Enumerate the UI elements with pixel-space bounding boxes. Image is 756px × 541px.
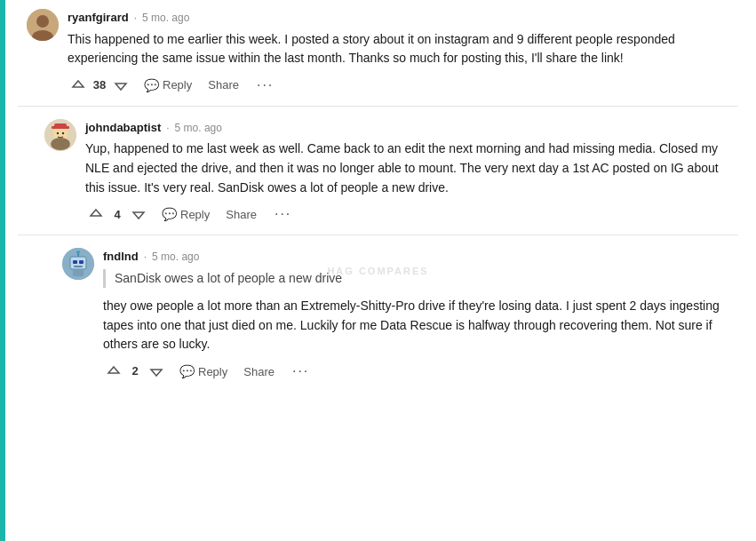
username: johndabaptist — [85, 119, 161, 137]
comment-text: they owe people a lot more than an Extre… — [103, 297, 738, 354]
svg-rect-14 — [74, 266, 83, 267]
reply-label: Reply — [180, 208, 210, 221]
avatar — [27, 9, 59, 41]
comment-header: johndabaptist · 5 mo. ago — [85, 119, 738, 137]
svg-point-1 — [36, 15, 49, 28]
svg-rect-13 — [79, 260, 84, 264]
upvote-button[interactable] — [103, 362, 124, 380]
comment-icon: 💬 — [179, 364, 195, 378]
vote-section: 38 — [68, 76, 131, 94]
dot-separator: · — [166, 120, 169, 136]
timestamp: 5 mo. ago — [142, 10, 189, 26]
vote-section: 2 — [103, 362, 167, 380]
more-button[interactable]: ··· — [287, 362, 314, 381]
blockquote: SanDisk owes a lot of people a new drive — [103, 269, 738, 288]
svg-point-8 — [62, 132, 64, 134]
avatar — [44, 119, 76, 151]
reply-label: Reply — [198, 365, 227, 378]
divider — [18, 106, 738, 107]
share-label: Share — [226, 208, 257, 221]
svg-point-16 — [76, 251, 80, 254]
vote-count: 38 — [92, 76, 107, 94]
share-button[interactable]: Share — [204, 76, 243, 93]
divider — [18, 235, 738, 235]
reply-button[interactable]: 💬 Reply — [158, 205, 213, 223]
svg-rect-6 — [54, 123, 67, 128]
avatar — [62, 248, 94, 280]
page-wrapper: HAG COMPARES ryanfgirard · 5 mo. ago Thi… — [0, 0, 756, 541]
comment-text: This happened to me earlier this week. I… — [68, 30, 738, 68]
dot-separator: · — [134, 10, 137, 26]
reply-label: Reply — [163, 78, 192, 91]
svg-rect-12 — [73, 260, 77, 264]
share-button[interactable]: Share — [240, 363, 278, 380]
vote-count: 4 — [110, 206, 124, 224]
more-button[interactable]: ··· — [269, 204, 297, 224]
downvote-button[interactable] — [110, 76, 131, 94]
downvote-button[interactable] — [146, 362, 167, 380]
comment-text: Yup, happened to me last week as well. C… — [85, 139, 738, 197]
comment-actions: 38 💬 Reply Share ··· — [68, 76, 738, 95]
comment-icon: 💬 — [162, 207, 177, 221]
comment-actions: 4 💬 Reply Share ··· — [85, 204, 738, 224]
comment-row: fndlnd · 5 mo. ago SanDisk owes a lot of… — [18, 248, 738, 381]
upvote-button[interactable] — [68, 76, 89, 94]
upvote-button[interactable] — [85, 205, 107, 223]
comment-icon: 💬 — [144, 78, 159, 92]
svg-point-7 — [57, 132, 59, 134]
comment-header: fndlnd · 5 mo. ago — [103, 248, 738, 266]
comment-row: johndabaptist · 5 mo. ago Yup, happened … — [18, 119, 738, 225]
reply-button[interactable]: 💬 Reply — [176, 362, 231, 380]
comment-body: ryanfgirard · 5 mo. ago This happened to… — [68, 9, 738, 95]
dot-separator: · — [144, 249, 147, 265]
comments-container: ryanfgirard · 5 mo. ago This happened to… — [0, 9, 756, 410]
share-button[interactable]: Share — [222, 206, 260, 223]
comment-body: johndabaptist · 5 mo. ago Yup, happened … — [85, 119, 738, 225]
svg-rect-17 — [73, 269, 84, 276]
comment-actions: 2 💬 Reply Share ··· — [103, 362, 738, 381]
comment-body: fndlnd · 5 mo. ago SanDisk owes a lot of… — [103, 248, 738, 381]
svg-point-9 — [51, 138, 70, 150]
comment-row: ryanfgirard · 5 mo. ago This happened to… — [18, 9, 738, 95]
vote-section: 4 — [85, 205, 149, 223]
timestamp: 5 mo. ago — [175, 120, 222, 136]
downvote-button[interactable] — [128, 205, 149, 223]
username: fndlnd — [103, 248, 139, 266]
timestamp: 5 mo. ago — [152, 249, 199, 265]
more-button[interactable]: ··· — [251, 76, 279, 95]
share-label: Share — [243, 365, 275, 378]
username: ryanfgirard — [68, 9, 129, 27]
share-label: Share — [208, 78, 239, 91]
vote-count: 2 — [128, 362, 142, 380]
reply-button[interactable]: 💬 Reply — [140, 76, 195, 94]
comment-header: ryanfgirard · 5 mo. ago — [68, 9, 738, 27]
